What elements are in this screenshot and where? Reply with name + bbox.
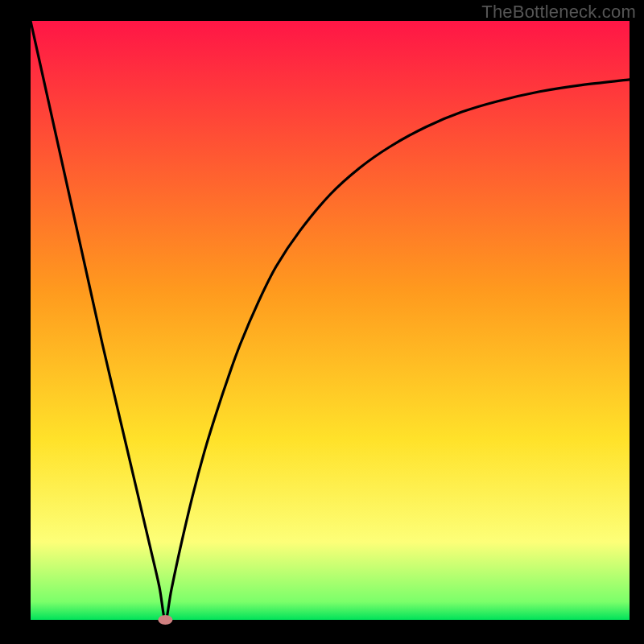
bottleneck-chart (0, 0, 644, 644)
chart-frame: TheBottleneck.com (0, 0, 644, 644)
plot-background (31, 21, 630, 620)
watermark-text: TheBottleneck.com (481, 2, 636, 23)
minimum-marker (158, 615, 172, 625)
